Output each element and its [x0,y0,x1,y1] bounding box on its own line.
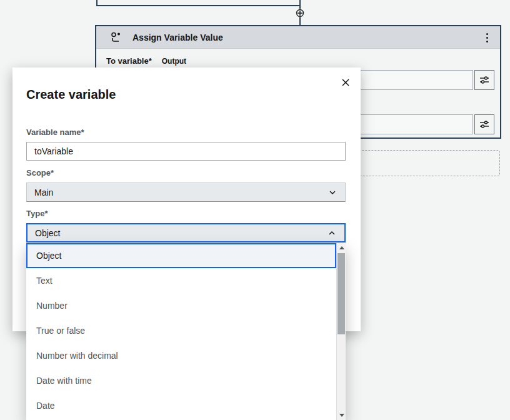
variable-name-input[interactable] [26,142,346,161]
to-variable-label: To variable* [106,56,152,66]
value-adjust-button[interactable] [474,114,494,134]
type-option[interactable]: Number [26,293,336,318]
type-option[interactable]: Text [26,268,336,293]
modal-close-button[interactable] [337,74,354,91]
type-option[interactable]: Date [26,393,336,418]
kebab-vertical-icon [486,33,488,35]
node-header: Assign Variable Value [96,26,500,49]
to-variable-adjust-button[interactable] [474,70,494,90]
type-dropdown-menu: ObjectTextNumberTrue or falseNumber with… [26,243,346,420]
operations-icon [110,31,122,44]
type-option[interactable]: True or false [26,318,336,343]
upper-node-edge-horizontal [96,5,301,6]
variable-name-label: Variable name* [26,128,84,137]
close-icon [341,78,350,87]
settings-adjust-icon [479,75,489,85]
to-variable-value-tag: Output [162,57,186,66]
chevron-up-icon [327,228,337,238]
scroll-down-arrow-icon[interactable] [337,411,346,420]
chevron-down-icon [328,188,338,198]
modal-title: Create variable [26,88,116,102]
settings-adjust-icon [479,119,489,129]
type-option[interactable]: Date with time [26,368,336,393]
scrollbar-thumb[interactable] [338,253,345,334]
type-dropdown-menu-items: ObjectTextNumberTrue or falseNumber with… [26,243,336,418]
scroll-up-arrow-icon[interactable] [337,243,346,252]
dropdown-scrollbar[interactable] [336,243,346,420]
scope-select[interactable]: Main [26,182,346,202]
node-overflow-menu-button[interactable] [480,31,494,44]
type-label: Type* [26,209,48,218]
to-variable-row: To variable* Output [106,56,186,66]
add-target-icon [294,8,306,19]
flow-editor-screen: { "node": { "title": "Assign Variable Va… [0,0,510,420]
type-option[interactable]: Number with decimal [26,343,336,368]
scope-label: Scope* [26,168,54,178]
add-node-button[interactable] [294,8,306,19]
type-select[interactable]: Object [26,223,346,242]
scope-selected-value: Main [34,188,53,198]
connector-line-bottom [299,18,301,25]
type-option[interactable]: Object [26,243,336,268]
type-selected-value: Object [35,228,60,238]
node-title: Assign Variable Value [132,32,223,42]
